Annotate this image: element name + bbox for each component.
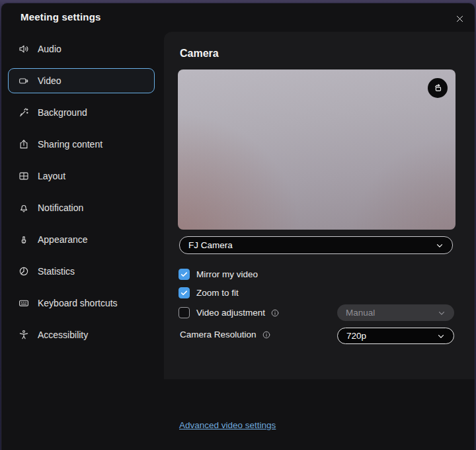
camera-device-select[interactable]: FJ Camera <box>179 236 453 254</box>
check-icon <box>180 270 188 279</box>
sidebar-item-label: Background <box>38 107 87 118</box>
close-icon <box>455 14 465 24</box>
sidebar-item-label: Appearance <box>38 234 88 245</box>
video-settings-panel: Camera FJ Camera Mirror my video Zoom to… <box>164 32 475 379</box>
close-button[interactable] <box>451 10 468 27</box>
info-icon[interactable] <box>262 330 271 339</box>
chevron-down-icon <box>435 241 444 250</box>
mirror-video-checkbox[interactable] <box>178 269 190 280</box>
sidebar-item-appearance[interactable]: Appearance <box>8 227 155 252</box>
chevron-down-icon <box>437 308 446 318</box>
sidebar-item-video[interactable]: Video <box>8 68 155 93</box>
sidebar-item-label: Video <box>38 75 61 86</box>
mirror-video-row: Mirror my video <box>178 269 258 280</box>
paintbrush-icon <box>18 234 30 246</box>
section-heading: Camera <box>180 48 219 60</box>
camera-resolution-value: 720p <box>346 331 366 341</box>
video-adjustment-row: Video adjustment <box>178 307 280 318</box>
video-adjustment-checkbox[interactable] <box>178 307 190 318</box>
video-adjustment-mode-value: Manual <box>346 308 375 318</box>
speaker-icon <box>18 43 30 55</box>
keyboard-icon <box>18 297 30 309</box>
flip-camera-button[interactable] <box>428 78 448 98</box>
magic-wand-icon <box>18 107 30 118</box>
grid-icon <box>18 170 30 182</box>
advanced-video-settings-link[interactable]: Advanced video settings <box>179 420 276 430</box>
dialog-title: Meeting settings <box>20 11 101 22</box>
camera-resolution-row: Camera Resolution <box>180 330 271 339</box>
sidebar-item-notification[interactable]: Notification <box>8 195 155 220</box>
zoom-to-fit-label: Zoom to fit <box>196 288 239 298</box>
camera-resolution-label: Camera Resolution <box>180 330 257 339</box>
chevron-down-icon <box>436 332 446 341</box>
sidebar-item-layout[interactable]: Layout <box>8 163 155 189</box>
sidebar-item-label: Accessibility <box>38 330 88 340</box>
sidebar-item-label: Keyboard shortcuts <box>38 298 118 308</box>
sidebar-item-statistics[interactable]: Statistics <box>8 259 155 284</box>
video-camera-icon <box>18 75 30 87</box>
sidebar-item-label: Layout <box>38 171 65 181</box>
bell-icon <box>18 202 30 214</box>
meeting-settings-dialog: Meeting settings Audio Video Background <box>1 3 475 450</box>
camera-device-value: FJ Camera <box>188 240 233 250</box>
pie-chart-icon <box>18 265 30 277</box>
sidebar-item-label: Sharing content <box>38 139 102 150</box>
mirror-video-label: Mirror my video <box>196 269 258 279</box>
accessibility-icon <box>18 329 30 341</box>
sidebar-item-sharing-content[interactable]: Sharing content <box>8 132 155 157</box>
camera-resolution-select[interactable]: 720p <box>337 328 454 344</box>
sidebar-item-keyboard-shortcuts[interactable]: Keyboard shortcuts <box>8 291 155 316</box>
sidebar-item-accessibility[interactable]: Accessibility <box>8 322 155 347</box>
video-adjustment-label: Video adjustment <box>196 308 265 318</box>
share-icon <box>18 138 30 150</box>
flip-camera-icon <box>432 82 444 94</box>
video-adjustment-mode-select: Manual <box>337 304 454 321</box>
sidebar-item-label: Notification <box>38 202 83 213</box>
settings-nav: Audio Video Background Sharing content L <box>8 36 155 354</box>
camera-preview <box>178 69 456 230</box>
sidebar-item-label: Statistics <box>38 266 75 277</box>
zoom-to-fit-checkbox[interactable] <box>178 287 190 298</box>
sidebar-item-background[interactable]: Background <box>8 100 155 125</box>
sidebar-item-audio[interactable]: Audio <box>8 36 155 62</box>
sidebar-item-label: Audio <box>38 44 61 54</box>
info-icon[interactable] <box>270 308 280 318</box>
check-icon <box>180 289 188 297</box>
zoom-to-fit-row: Zoom to fit <box>178 287 239 298</box>
